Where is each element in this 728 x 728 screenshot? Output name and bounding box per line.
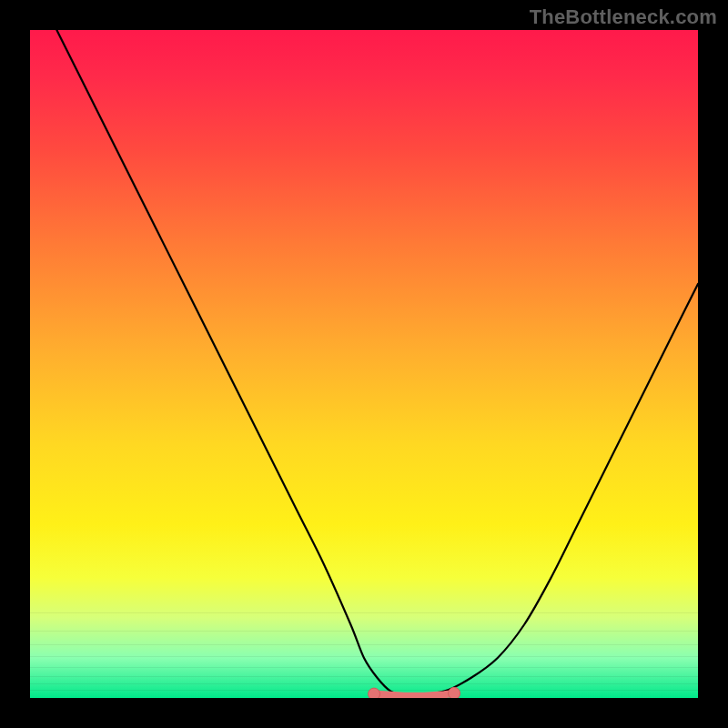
optimal-range-endpoint — [369, 688, 380, 698]
watermark-text: TheBottleneck.com — [530, 5, 717, 29]
chart-frame: TheBottleneck.com — [0, 0, 728, 728]
bottleneck-curve — [56, 30, 698, 695]
optimal-range-markers — [369, 687, 460, 698]
curve-svg — [30, 30, 698, 698]
optimal-range-endpoint — [449, 687, 460, 698]
optimal-range-line — [374, 693, 454, 696]
plot-area — [30, 30, 698, 698]
